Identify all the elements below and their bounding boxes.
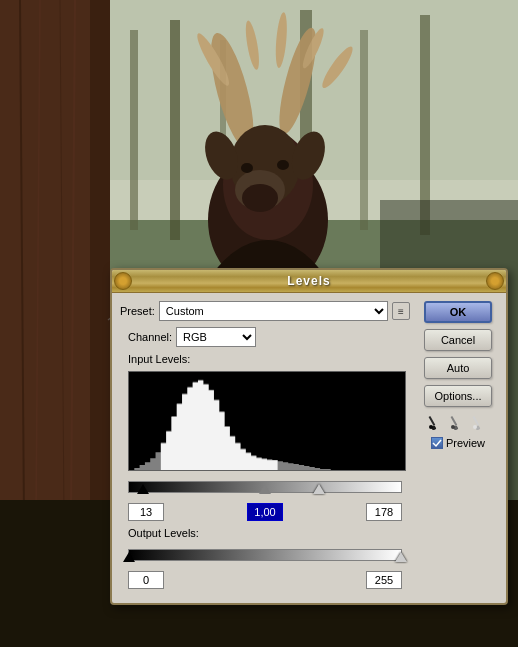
preset-row: Preset: Custom ≡ (120, 301, 410, 321)
eyedroppers-row (427, 413, 489, 431)
output-gradient-bar (128, 549, 402, 561)
preview-checkbox-area[interactable]: Preview (431, 437, 485, 449)
auto-button[interactable]: Auto (424, 357, 492, 379)
white-eyedropper[interactable] (471, 413, 489, 431)
svg-point-43 (451, 425, 455, 429)
preview-checkbox[interactable] (431, 437, 443, 449)
input-gradient-bar (128, 481, 402, 493)
dialog-titlebar: Levels (112, 270, 506, 293)
dialog-right-panel: OK Cancel Auto Options... (418, 301, 498, 595)
svg-point-29 (277, 160, 289, 170)
preset-label: Preset: (120, 305, 155, 317)
svg-rect-4 (170, 20, 180, 240)
input-mid-value[interactable] (247, 503, 283, 521)
output-slider-track (128, 547, 402, 563)
output-values-row (128, 571, 402, 589)
preset-select-wrapper: Custom (159, 301, 388, 321)
histogram (128, 371, 406, 471)
svg-point-28 (241, 163, 253, 173)
svg-rect-7 (360, 30, 368, 230)
preset-menu-button[interactable]: ≡ (392, 302, 410, 320)
svg-point-46 (473, 425, 477, 429)
output-black-value[interactable] (128, 571, 164, 589)
output-white-handle[interactable] (395, 552, 407, 562)
titlebar-ornament-left (114, 272, 132, 290)
input-black-handle[interactable] (137, 484, 149, 494)
channel-select-wrapper: RGB Red Green Blue (176, 327, 256, 347)
input-white-handle[interactable] (313, 484, 325, 494)
preset-select[interactable]: Custom (159, 301, 388, 321)
preview-row: Preview (431, 437, 485, 449)
channel-row: Channel: RGB Red Green Blue (128, 327, 410, 347)
dialog-title: Levels (287, 274, 330, 288)
black-eyedropper[interactable] (427, 413, 445, 431)
options-button[interactable]: Options... (424, 385, 492, 407)
output-white-value[interactable] (366, 571, 402, 589)
output-levels-label: Output Levels: (128, 527, 410, 539)
svg-rect-38 (429, 416, 436, 426)
cancel-button[interactable]: Cancel (424, 329, 492, 351)
levels-dialog: Levels Preset: Custom ≡ Channel: (110, 268, 508, 605)
gray-eyedropper[interactable] (449, 413, 467, 431)
input-black-value[interactable] (128, 503, 164, 521)
input-levels-label: Input Levels: (128, 353, 410, 365)
channel-label: Channel: (128, 331, 172, 343)
titlebar-ornament-right (486, 272, 504, 290)
svg-rect-44 (473, 416, 480, 426)
input-slider-track (128, 479, 402, 495)
input-mid-handle[interactable] (259, 484, 271, 494)
svg-point-40 (429, 425, 433, 429)
svg-point-30 (242, 184, 278, 212)
input-white-value[interactable] (366, 503, 402, 521)
input-values-row (128, 503, 402, 521)
output-black-handle[interactable] (123, 552, 135, 562)
svg-rect-3 (130, 30, 138, 230)
ok-button[interactable]: OK (424, 301, 492, 323)
svg-rect-41 (451, 416, 458, 426)
preview-label: Preview (446, 437, 485, 449)
channel-select[interactable]: RGB Red Green Blue (176, 327, 256, 347)
dialog-body: Preset: Custom ≡ Channel: RGB Red (112, 293, 506, 603)
dialog-left-panel: Preset: Custom ≡ Channel: RGB Red (120, 301, 410, 595)
